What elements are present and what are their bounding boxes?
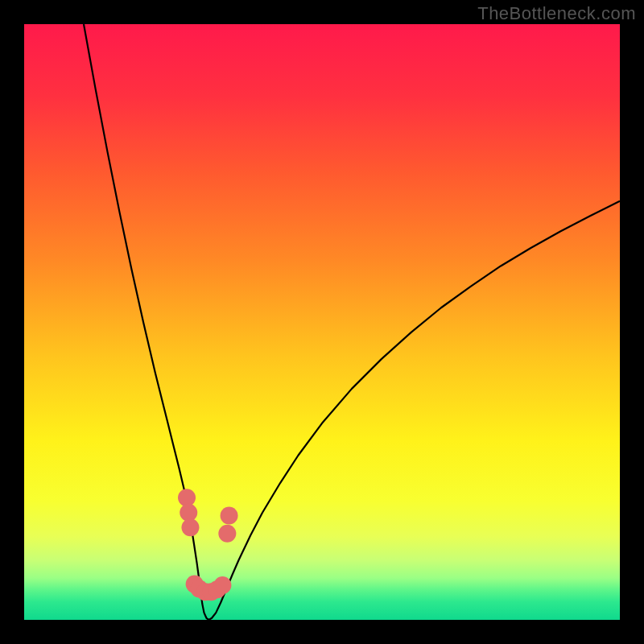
marker-point [181, 518, 199, 536]
marker-point [180, 504, 197, 522]
outer-frame: TheBottleneck.com [0, 0, 644, 644]
marker-point [221, 507, 238, 525]
chart-svg [24, 24, 620, 620]
marker-point [178, 489, 196, 506]
plot-area [24, 24, 620, 620]
marker-point [218, 525, 236, 543]
watermark-text: TheBottleneck.com [477, 3, 636, 24]
marker-point [213, 576, 231, 594]
gradient-background [24, 24, 620, 620]
